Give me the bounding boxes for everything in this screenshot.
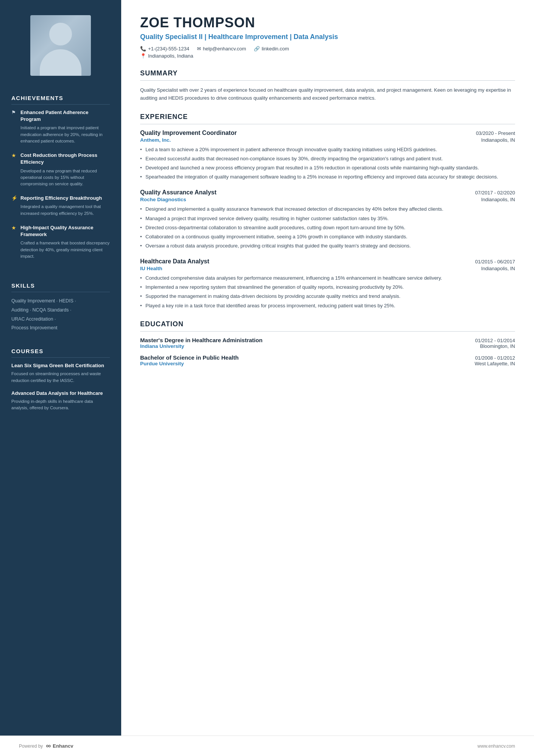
skill-urac: URAC Accreditation · [11,316,56,322]
skill-quality: Quality Improvement · HEDIS · [11,298,76,304]
powered-by-text: Powered by [19,743,43,749]
exp-bullet-3-2: Implemented a new reporting system that … [140,283,515,291]
location-contact: 📍 Indianapolis, Indiana [140,53,515,59]
achievement-title-2: Cost Reduction through Process Efficienc… [20,152,110,166]
email-text: help@enhancv.com [203,46,246,52]
exp-bullet-3-3: Supported the management in making data-… [140,293,515,300]
achievement-item-1: ⚑ Enhanced Patient Adherence Program Ini… [11,109,110,144]
email-icon: ✉ [197,46,201,52]
phone-contact: 📞 +1-(234)-555-1234 [140,46,189,52]
skill-process: Process Improvement [11,325,58,330]
edu-school-2: Purdue University [140,361,184,366]
exp-location-2: Indianapolis, IN [481,197,515,202]
course-item-2: Advanced Data Analysis for Healthcare Pr… [11,390,110,412]
exp-company-3: IU Health [140,266,162,271]
edu-degree-1: Master's Degree in Healthcare Administra… [140,337,262,343]
exp-header-row-1: Quality Improvement Coordinator 03/2020 … [140,130,515,136]
exp-location-3: Indianapolis, IN [481,266,515,271]
achievement-title-1: Enhanced Patient Adherence Program [20,109,110,123]
star-icon-1: ★ [11,152,17,158]
exp-dates-3: 01/2015 - 06/2017 [475,259,515,265]
edu-header-row-1: Master's Degree in Healthcare Administra… [140,337,515,343]
achievement-item-3: ⚡ Reporting Efficiency Breakthrough Inte… [11,195,110,217]
exp-bullet-3-4: Played a key role in a task force that i… [140,302,515,310]
location-icon: 📍 [140,53,146,59]
exp-dates-1: 03/2020 - Present [476,130,515,136]
skills-title: SKILLS [11,282,110,292]
exp-bullets-1: Led a team to achieve a 20% improvement … [140,146,515,181]
lightning-icon: ⚡ [11,195,17,201]
exp-company-row-2: Roche Diagnostics Indianapolis, IN [140,197,515,202]
summary-section: SUMMARY Quality Specialist with over 2 y… [140,69,515,102]
avatar [30,15,91,76]
exp-header-row-2: Quality Assurance Analyst 07/2017 - 02/2… [140,189,515,196]
course-desc-1: Focused on streamlining processes and wa… [11,371,110,384]
footer-logo: ∞ Enhancv [46,742,73,750]
footer-url: www.enhancv.com [478,743,515,749]
achievement-item-2: ★ Cost Reduction through Process Efficie… [11,152,110,187]
courses-title: COURSES [11,348,110,358]
footer: Powered by ∞ Enhancv www.enhancv.com [0,736,534,756]
linkedin-icon: 🔗 [254,46,260,52]
edu-dates-2: 01/2008 - 01/2012 [475,355,515,361]
contact-info: 📞 +1-(234)-555-1234 ✉ help@enhancv.com 🔗… [140,46,515,52]
brand-name: Enhancv [53,743,73,749]
skill-auditing: Auditing · NCQA Standards · [11,307,71,313]
exp-bullets-3: Conducted comprehensive data analyses fo… [140,274,515,310]
skills-section: SKILLS Quality Improvement · HEDIS · Aud… [0,275,121,340]
exp-bullet-2-2: Managed a project that improved service … [140,215,515,222]
linkedin-contact: 🔗 linkedin.com [254,46,289,52]
achievement-desc-1: Initiated a program that improved patien… [11,125,110,144]
exp-company-2: Roche Diagnostics [140,197,186,202]
exp-job-title-3: Healthcare Data Analyst [140,258,209,265]
achievement-header-4: ★ High-Impact Quality Assurance Framewor… [11,224,110,238]
edu-header-row-2: Bachelor of Science in Public Health 01/… [140,354,515,361]
photo-area [0,0,121,87]
sidebar: ACHIEVEMENTS ⚑ Enhanced Patient Adherenc… [0,0,121,736]
edu-degree-2: Bachelor of Science in Public Health [140,354,239,361]
enhancv-logo-icon: ∞ [46,742,51,750]
exp-job-2: Quality Assurance Analyst 07/2017 - 02/2… [140,189,515,250]
edu-item-1: Master's Degree in Healthcare Administra… [140,337,515,349]
achievement-item-4: ★ High-Impact Quality Assurance Framewor… [11,224,110,260]
exp-bullet-3-1: Conducted comprehensive data analyses fo… [140,274,515,282]
flag-icon: ⚑ [11,110,17,115]
edu-dates-1: 01/2012 - 01/2014 [475,338,515,343]
education-section: EDUCATION Master's Degree in Healthcare … [140,320,515,366]
resume-container: ACHIEVEMENTS ⚑ Enhanced Patient Adherenc… [0,0,534,736]
exp-job-title-2: Quality Assurance Analyst [140,189,217,196]
job-title: Quality Specialist II | Healthcare Impro… [140,33,515,41]
achievement-title-4: High-Impact Quality Assurance Framework [20,224,110,238]
achievements-section: ACHIEVEMENTS ⚑ Enhanced Patient Adherenc… [0,87,121,275]
exp-bullet-2-5: Oversaw a robust data analysis procedure… [140,242,515,250]
exp-job-title-1: Quality Improvement Coordinator [140,130,237,136]
edu-school-row-2: Purdue University West Lafayette, IN [140,361,515,366]
exp-bullet-1-2: Executed successful audits that decrease… [140,155,515,163]
achievement-desc-2: Developed a new program that reduced ope… [11,168,110,188]
achievements-title: ACHIEVEMENTS [11,95,110,105]
header-section: ZOE THOMPSON Quality Specialist II | Hea… [140,15,515,41]
skills-list: Quality Improvement · HEDIS · Auditing ·… [11,297,110,333]
edu-school-1: Indiana University [140,343,184,349]
achievement-header-3: ⚡ Reporting Efficiency Breakthrough [11,195,110,202]
exp-bullet-1-1: Led a team to achieve a 20% improvement … [140,146,515,153]
exp-job-1: Quality Improvement Coordinator 03/2020 … [140,130,515,181]
main-content: ZOE THOMPSON Quality Specialist II | Hea… [121,0,534,736]
exp-bullet-2-1: Designed and implemented a quality assur… [140,205,515,213]
achievement-title-3: Reporting Efficiency Breakthrough [20,195,102,202]
location-text: Indianapolis, Indiana [148,53,193,59]
edu-item-2: Bachelor of Science in Public Health 01/… [140,354,515,366]
exp-dates-2: 07/2017 - 02/2020 [475,190,515,196]
exp-location-1: Indianapolis, IN [481,137,515,143]
achievement-desc-3: Integrated a quality management tool tha… [11,203,110,217]
exp-bullets-2: Designed and implemented a quality assur… [140,205,515,250]
exp-company-row-1: Anthem, Inc. Indianapolis, IN [140,137,515,143]
course-desc-2: Providing in-depth skills in healthcare … [11,398,110,412]
phone-text: +1-(234)-555-1234 [148,46,189,52]
achievement-header-2: ★ Cost Reduction through Process Efficie… [11,152,110,166]
email-contact: ✉ help@enhancv.com [197,46,246,52]
exp-bullet-1-3: Developed and launched a new process eff… [140,164,515,172]
exp-company-1: Anthem, Inc. [140,137,171,143]
exp-job-3: Healthcare Data Analyst 01/2015 - 06/201… [140,258,515,310]
courses-section: COURSES Lean Six Sigma Green Belt Certif… [0,340,121,425]
